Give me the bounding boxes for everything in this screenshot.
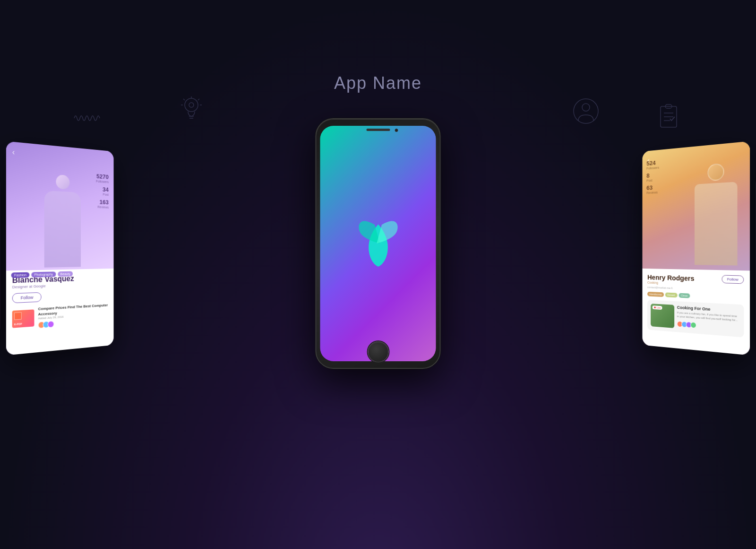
app-title: App Name	[334, 73, 422, 93]
s2-card-image: K-POP	[12, 309, 34, 328]
s2-card-text: Compare Prices Find The Best Computer Ac…	[38, 303, 109, 329]
s4-live-badge: Live	[653, 305, 662, 310]
svg-line-5	[198, 99, 199, 100]
s4-content-card: Live Cooking For One If you are a culina…	[647, 300, 744, 338]
screen-profile-henry: ‹ 524 Followers 8 Post 63 Reviews Henry …	[642, 141, 750, 356]
s4-avatar	[690, 322, 696, 328]
svg-point-8	[189, 103, 194, 107]
center-phone	[316, 118, 441, 369]
screens-container: ≡ Linnie Ramsey 221-067-4004	[118, 132, 638, 426]
s4-contact: contact@market-me.fi	[647, 286, 694, 290]
s4-stats: 524 Followers 8 Post 63 Reviews	[646, 159, 659, 197]
svg-line-4	[183, 99, 185, 100]
bulb-icon	[177, 95, 206, 125]
s2-back-button[interactable]: ‹	[12, 148, 15, 157]
s4-card-body: Cooking For One If you are a culinary fa…	[677, 305, 740, 333]
s2-stats: 5270 Followers 34 Post 163 Reviews	[96, 173, 109, 211]
svg-point-10	[582, 104, 590, 111]
center-logo	[347, 213, 409, 274]
phone-home-button[interactable]	[368, 341, 388, 362]
s2-avatar	[48, 321, 54, 328]
phone-camera	[395, 129, 398, 132]
waveform-icon	[73, 104, 102, 134]
screen-profile-blanche: ‹ 5270 Followers 34 Post 163 Reviews Fas…	[6, 141, 114, 356]
s4-follow-button[interactable]: Follow	[722, 275, 744, 284]
svg-point-0	[185, 98, 198, 112]
clipboard-icon	[654, 102, 683, 132]
s2-follow-button[interactable]: Follow	[12, 292, 42, 303]
phone-screen	[320, 126, 436, 361]
s4-card-image: Live	[651, 304, 674, 328]
s2-content-card: K-POP Compare Prices Find The Best Compu…	[12, 303, 109, 331]
phone-speaker	[366, 129, 390, 131]
person-location-icon	[572, 97, 600, 127]
